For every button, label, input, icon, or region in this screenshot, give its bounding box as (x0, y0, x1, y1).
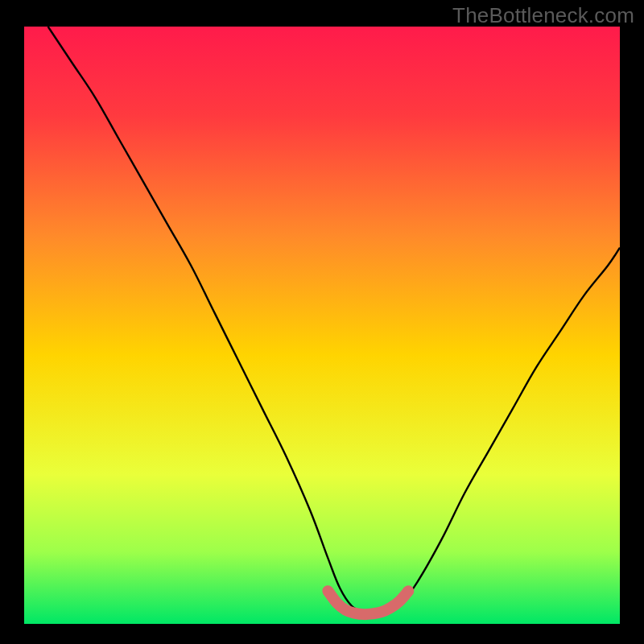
watermark-text: TheBottleneck.com (452, 3, 634, 28)
chart-frame: TheBottleneck.com (0, 0, 644, 644)
bottleneck-plot (0, 0, 644, 644)
plot-background (24, 27, 620, 624)
